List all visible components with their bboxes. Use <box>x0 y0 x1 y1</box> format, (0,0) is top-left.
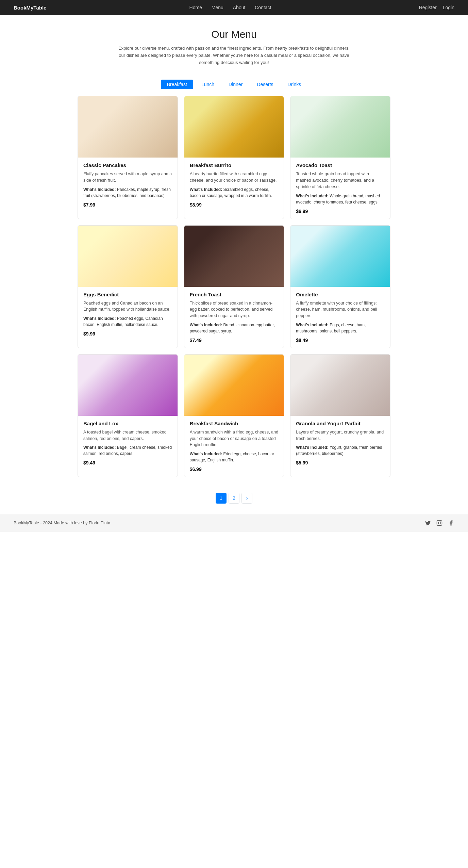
menu-card-price-french-toast: $7.49 <box>190 338 279 343</box>
svg-point-1 <box>438 522 440 524</box>
menu-card-body-avocado-toast: Avocado Toast Toasted whole-grain bread … <box>290 158 390 218</box>
pagination: 1 2 › <box>0 487 468 514</box>
menu-card-image-avocado-toast <box>290 96 390 158</box>
menu-grid: Classic Pancakes Fluffy pancakes served … <box>71 96 397 477</box>
menu-card-title-avocado-toast: Avocado Toast <box>296 162 385 168</box>
menu-card-breakfast-sandwich: Breakfast Sandwich A warm sandwich with … <box>184 354 284 477</box>
menu-card-included-breakfast-sandwich: What's Included: Fried egg, cheese, baco… <box>190 451 279 463</box>
tab-lunch[interactable]: Lunch <box>195 80 220 89</box>
navbar: BookMyTable Home Menu About Contact Regi… <box>0 0 468 15</box>
menu-card-included-avocado-toast: What's Included: Whole-grain bread, mash… <box>296 193 385 205</box>
menu-card-price-omelette: $8.49 <box>296 338 385 343</box>
menu-card-title-omelette: Omelette <box>296 292 385 297</box>
footer-brand: BookMyTable <box>14 521 39 525</box>
menu-card-desc-classic-pancakes: Fluffy pancakes served with maple syrup … <box>83 171 172 184</box>
menu-card-desc-breakfast-burrito: A hearty burrito filled with scrambled e… <box>190 171 279 184</box>
menu-card-price-breakfast-burrito: $8.99 <box>190 202 279 208</box>
footer-copy: - 2024 Made with love by Florin Pinta <box>40 521 111 525</box>
menu-card-eggs-benedict: Eggs Benedict Poached eggs and Canadian … <box>78 225 178 348</box>
menu-card-title-classic-pancakes: Classic Pancakes <box>83 162 172 168</box>
menu-card-french-toast: French Toast Thick slices of bread soake… <box>184 225 284 348</box>
menu-card-body-breakfast-burrito: Breakfast Burrito A hearty burrito fille… <box>184 158 284 212</box>
menu-card-classic-pancakes: Classic Pancakes Fluffy pancakes served … <box>78 96 178 219</box>
menu-card-granola-yogurt-parfait: Granola and Yogurt Parfait Layers of cre… <box>290 354 390 477</box>
tab-dinner[interactable]: Dinner <box>222 80 249 89</box>
menu-card-image-bagel-and-lox <box>78 355 178 416</box>
menu-card-title-breakfast-sandwich: Breakfast Sandwich <box>190 421 279 426</box>
menu-card-title-eggs-benedict: Eggs Benedict <box>83 292 172 297</box>
menu-card-included-eggs-benedict: What's Included: Poached eggs, Canadian … <box>83 315 172 328</box>
nav-auth: Register Login <box>414 5 454 10</box>
menu-card-title-french-toast: French Toast <box>190 292 279 297</box>
nav-home[interactable]: Home <box>189 5 202 10</box>
menu-card-desc-breakfast-sandwich: A warm sandwich with a fried egg, cheese… <box>190 429 279 448</box>
nav-register[interactable]: Register <box>419 5 437 10</box>
menu-card-desc-eggs-benedict: Poached eggs and Canadian bacon on an En… <box>83 300 172 313</box>
menu-card-image-breakfast-sandwich <box>184 355 284 416</box>
menu-card-image-breakfast-burrito <box>184 96 284 158</box>
menu-card-price-bagel-and-lox: $9.49 <box>83 460 172 465</box>
menu-card-included-bagel-and-lox: What's Included: Bagel, cream cheese, sm… <box>83 444 172 457</box>
brand-logo: BookMyTable <box>14 5 46 11</box>
menu-card-body-breakfast-sandwich: Breakfast Sandwich A warm sandwich with … <box>184 416 284 477</box>
menu-card-included-granola-yogurt-parfait: What's Included: Yogurt, granola, fresh … <box>296 444 385 457</box>
tab-breakfast[interactable]: Breakfast <box>161 80 193 89</box>
menu-card-title-granola-yogurt-parfait: Granola and Yogurt Parfait <box>296 421 385 426</box>
facebook-icon[interactable] <box>448 520 454 526</box>
nav-links: Home Menu About Contact <box>185 5 275 10</box>
footer: BookMyTable - 2024 Made with love by Flo… <box>0 514 468 532</box>
menu-card-price-classic-pancakes: $7.99 <box>83 202 172 208</box>
menu-card-desc-french-toast: Thick slices of bread soaked in a cinnam… <box>190 300 279 319</box>
category-tabs: Breakfast Lunch Dinner Deserts Drinks <box>0 80 468 89</box>
menu-card-bagel-and-lox: Bagel and Lox A toasted bagel with cream… <box>78 354 178 477</box>
menu-card-avocado-toast: Avocado Toast Toasted whole-grain bread … <box>290 96 390 219</box>
tab-deserts[interactable]: Deserts <box>251 80 279 89</box>
nav-contact[interactable]: Contact <box>255 5 271 10</box>
menu-card-price-granola-yogurt-parfait: $5.99 <box>296 460 385 465</box>
menu-card-body-omelette: Omelette A fluffy omelette with your cho… <box>290 287 390 348</box>
menu-card-body-french-toast: French Toast Thick slices of bread soake… <box>184 287 284 348</box>
menu-card-image-classic-pancakes <box>78 96 178 158</box>
menu-card-body-bagel-and-lox: Bagel and Lox A toasted bagel with cream… <box>78 416 178 471</box>
menu-card-included-classic-pancakes: What's Included: Pancakes, maple syrup, … <box>83 186 172 199</box>
menu-card-title-bagel-and-lox: Bagel and Lox <box>83 421 172 426</box>
nav-about[interactable]: About <box>233 5 246 10</box>
menu-card-image-french-toast <box>184 226 284 287</box>
nav-menu[interactable]: Menu <box>212 5 223 10</box>
menu-card-title-breakfast-burrito: Breakfast Burrito <box>190 162 279 168</box>
menu-card-desc-bagel-and-lox: A toasted bagel with cream cheese, smoke… <box>83 429 172 442</box>
menu-card-breakfast-burrito: Breakfast Burrito A hearty burrito fille… <box>184 96 284 219</box>
nav-login[interactable]: Login <box>443 5 454 10</box>
page-description: Explore our diverse menu, crafted with p… <box>115 45 353 66</box>
menu-card-body-eggs-benedict: Eggs Benedict Poached eggs and Canadian … <box>78 287 178 342</box>
menu-card-desc-omelette: A fluffy omelette with your choice of fi… <box>296 300 385 319</box>
footer-text: BookMyTable - 2024 Made with love by Flo… <box>14 521 110 525</box>
page-title: Our Menu <box>7 29 461 40</box>
page-2-button[interactable]: 2 <box>229 493 239 504</box>
menu-card-included-french-toast: What's Included: Bread, cinnamon-egg bat… <box>190 322 279 334</box>
svg-point-2 <box>440 521 441 522</box>
menu-card-included-omelette: What's Included: Eggs, cheese, ham, mush… <box>296 322 385 334</box>
menu-card-body-classic-pancakes: Classic Pancakes Fluffy pancakes served … <box>78 158 178 212</box>
footer-social <box>424 520 454 526</box>
svg-rect-0 <box>437 521 442 526</box>
twitter-icon[interactable] <box>424 520 431 526</box>
menu-card-image-omelette <box>290 226 390 287</box>
menu-card-desc-granola-yogurt-parfait: Layers of creamy yogurt, crunchy granola… <box>296 429 385 442</box>
tab-drinks[interactable]: Drinks <box>282 80 307 89</box>
menu-card-image-granola-yogurt-parfait <box>290 355 390 416</box>
menu-card-included-breakfast-burrito: What's Included: Scrambled eggs, cheese,… <box>190 186 279 199</box>
page-next-button[interactable]: › <box>241 493 252 504</box>
menu-card-price-breakfast-sandwich: $6.99 <box>190 466 279 472</box>
page-1-button[interactable]: 1 <box>216 493 227 504</box>
menu-card-omelette: Omelette A fluffy omelette with your cho… <box>290 225 390 348</box>
instagram-icon[interactable] <box>436 520 443 526</box>
menu-card-price-avocado-toast: $6.99 <box>296 209 385 214</box>
page-header: Our Menu Explore our diverse menu, craft… <box>0 15 468 71</box>
menu-card-price-eggs-benedict: $9.99 <box>83 331 172 337</box>
menu-card-desc-avocado-toast: Toasted whole-grain bread topped with ma… <box>296 171 385 190</box>
menu-card-image-eggs-benedict <box>78 226 178 287</box>
menu-card-body-granola-yogurt-parfait: Granola and Yogurt Parfait Layers of cre… <box>290 416 390 471</box>
